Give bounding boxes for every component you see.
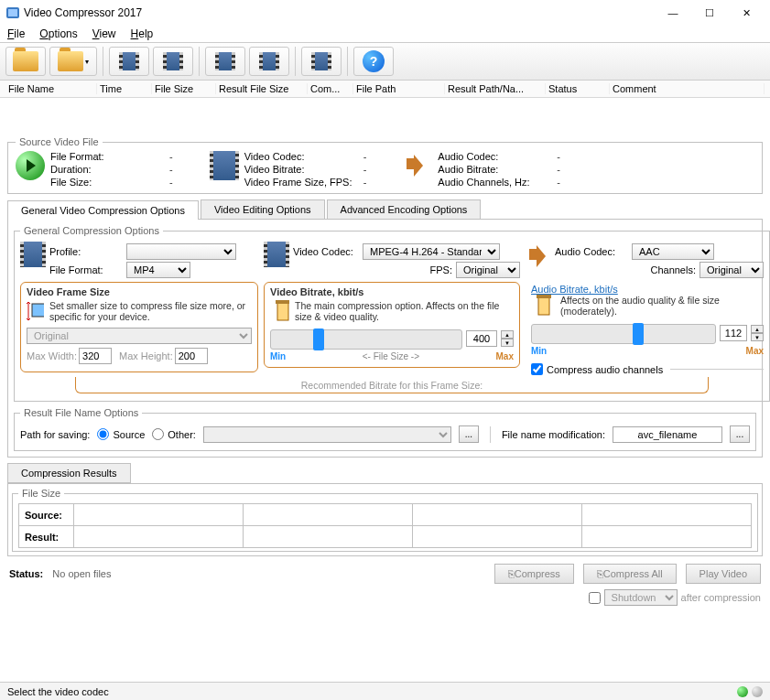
after-action-select[interactable]: Shutdown (604, 589, 678, 606)
results-pane: File Size Source: Result: (7, 483, 763, 556)
audio-bitrate-up[interactable]: ▲ (751, 325, 764, 333)
path-source-radio[interactable] (97, 428, 109, 440)
filesize-group: File Size Source: Result: (12, 488, 758, 552)
audio-codec-select[interactable]: AAC (632, 243, 714, 260)
statusbar-text: Select the video codec (7, 686, 109, 697)
statusbar: Select the video codec (0, 682, 770, 700)
play-all-button[interactable] (153, 47, 193, 76)
channels-select[interactable]: Original (700, 262, 764, 278)
film-play-all-icon (163, 52, 183, 70)
play-button[interactable] (109, 47, 149, 76)
frame-size-preset-select[interactable]: Original (27, 328, 252, 344)
col-comment[interactable]: Comment (610, 83, 765, 94)
maximize-button[interactable]: ☐ (691, 0, 728, 26)
file-list-header: File Name Time File Size Result File Siz… (0, 81, 770, 98)
menu-options[interactable]: Options (39, 27, 77, 40)
audio-bitrate-down[interactable]: ▼ (751, 333, 764, 341)
speaker-icon (526, 242, 551, 267)
other-path-select[interactable] (203, 426, 451, 443)
after-action-checkbox[interactable] (589, 592, 601, 604)
menubar: File Options View Help (0, 26, 770, 43)
video-file-icon (16, 151, 45, 180)
compress-icon (531, 295, 555, 317)
app-icon (5, 5, 20, 20)
preview-button[interactable] (301, 47, 342, 76)
status-led-green (737, 686, 748, 697)
open-folder-button[interactable]: ▾ (49, 47, 97, 76)
status-text: No open files (52, 568, 111, 579)
audio-bitrate-box: Audio Bitrate, kbit/s Affects on the aud… (526, 282, 764, 375)
max-width-input[interactable] (79, 348, 112, 364)
status-led-grey (752, 686, 763, 697)
tab-general[interactable]: General Video Compression Options (7, 200, 199, 220)
options-pane: General Compression Options Profile: Fil… (7, 220, 763, 458)
film-play-icon (119, 52, 139, 70)
fps-select[interactable]: Original (456, 262, 520, 278)
svg-rect-6 (537, 295, 551, 298)
fileformat-select[interactable]: MP4 (126, 262, 190, 278)
browse-path-button[interactable]: ... (459, 425, 479, 443)
max-height-input[interactable] (175, 348, 208, 364)
film-icon (264, 242, 289, 267)
audio-bitrate-input[interactable] (720, 325, 747, 341)
options-tabs: General Video Compression Options Video … (7, 199, 763, 220)
video-bitrate-slider[interactable] (270, 329, 462, 350)
video-bitrate-box: Video Bitrate, kbit/s The main compressi… (264, 282, 520, 368)
col-filepath[interactable]: File Path (353, 83, 445, 94)
tab-editing[interactable]: Video Editing Options (201, 199, 325, 219)
col-com[interactable]: Com... (308, 83, 353, 94)
file-list[interactable] (0, 98, 770, 131)
tab-advanced[interactable]: Advanced Encoding Options (327, 199, 482, 219)
filename-mod-input[interactable] (613, 426, 722, 443)
video-bitrate-down[interactable]: ▼ (501, 339, 514, 347)
stop-button[interactable] (249, 47, 289, 76)
film-stop-icon (259, 52, 279, 70)
results-tabs: Compression Results (7, 463, 763, 483)
close-button[interactable]: ✕ (728, 0, 765, 26)
menu-help[interactable]: Help (131, 27, 154, 40)
video-bitrate-up[interactable]: ▲ (501, 330, 514, 339)
compress-all-button[interactable]: ⎘ Compress All (583, 564, 677, 584)
compress-button[interactable]: ⎘ Compress (494, 564, 574, 584)
table-row: Result: (19, 526, 752, 548)
recommended-bitrate-label: Recommended Bitrate for this Frame Size: (75, 377, 709, 393)
col-filename[interactable]: File Name (5, 83, 97, 94)
col-resultfilesize[interactable]: Result File Size (216, 83, 308, 94)
film-preview-icon (311, 52, 331, 70)
profile-select[interactable] (126, 243, 236, 260)
col-time[interactable]: Time (97, 83, 152, 94)
toolbar: ▾ ? (0, 43, 770, 81)
source-legend: Source Video File (16, 136, 103, 147)
general-compression-group: General Compression Options Profile: Fil… (14, 225, 770, 402)
svg-rect-3 (277, 302, 288, 320)
film-icon (20, 242, 46, 267)
tab-compression-results[interactable]: Compression Results (7, 463, 131, 483)
window-title: Video Compressor 2017 (24, 6, 655, 19)
help-icon: ? (363, 50, 385, 72)
folder-icon (58, 51, 83, 71)
play-video-button[interactable]: Play Video (686, 564, 761, 584)
after-compression-row: Shutdown after compression (0, 589, 770, 608)
path-other-radio[interactable] (152, 428, 164, 440)
col-status[interactable]: Status (546, 83, 610, 94)
svg-rect-1 (8, 9, 17, 16)
compress-audio-checkbox[interactable] (531, 363, 543, 375)
help-button[interactable]: ? (353, 47, 394, 76)
menu-view[interactable]: View (92, 27, 116, 40)
svg-rect-2 (32, 304, 44, 317)
col-resultpath[interactable]: Result Path/Na... (445, 83, 546, 94)
menu-file[interactable]: File (7, 27, 25, 40)
video-bitrate-input[interactable] (466, 330, 497, 347)
speaker-icon (403, 151, 432, 180)
col-filesize[interactable]: File Size (152, 83, 216, 94)
minimize-button[interactable]: — (655, 0, 691, 26)
filename-mod-button[interactable]: ... (730, 425, 750, 443)
video-frame-size-box: Video Frame Size Set smaller size to com… (20, 282, 258, 372)
film-pause-icon (215, 52, 235, 70)
open-file-button[interactable] (5, 47, 46, 76)
audio-bitrate-slider[interactable] (531, 324, 716, 344)
pause-button[interactable] (205, 47, 245, 76)
video-codec-select[interactable]: MPEG-4 H.264 - Standar (363, 243, 500, 260)
result-filename-group: Result File Name Options Path for saving… (14, 407, 756, 451)
source-video-file-group: Source Video File File Format:- Duration… (7, 136, 763, 194)
